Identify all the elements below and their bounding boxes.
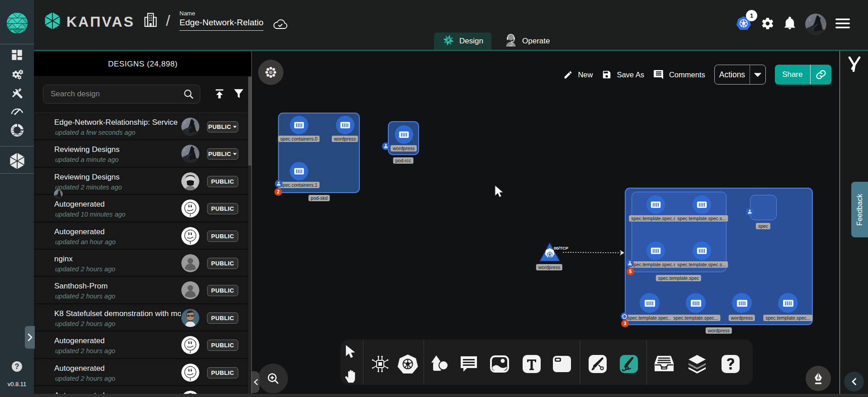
design-visibility-badge[interactable]: PUBLIC [207,258,238,269]
save-as-button[interactable]: Save As [602,70,644,80]
canvas-loader-button[interactable] [258,60,283,85]
settings-gear-icon[interactable] [761,17,774,32]
design-visibility-badge[interactable]: PUBLIC [207,340,238,351]
component-node[interactable] [290,116,308,134]
organization-building-icon[interactable] [144,12,157,29]
tab-design[interactable]: Design [434,33,491,50]
design-visibility-badge[interactable]: PUBLIC [207,176,238,187]
design-visibility-badge[interactable]: PUBLIC [207,231,238,242]
canvas-action-bar: New Save As Comments Actions Share [563,65,831,85]
search-box[interactable] [43,85,200,104]
actions-button[interactable]: Actions [714,65,766,85]
design-visibility-badge[interactable]: PUBLIC [207,285,238,296]
rail-item-kanvas[interactable] [0,151,34,171]
design-list-item[interactable]: Santhosh-Promupdated 2 hours agoPUBLIC [34,277,248,304]
tool-component-chip-icon[interactable] [371,355,389,373]
service-triangle-node[interactable] [538,241,561,264]
design-title: Autogenerated [54,227,181,236]
notifications-bell-icon[interactable] [783,17,796,32]
tool-text-icon[interactable] [522,354,541,373]
kanvas-logo[interactable]: KAΠVAS [43,11,135,33]
tool-drawer-icon[interactable] [654,355,674,373]
design-visibility-badge[interactable]: PUBLIC [207,312,238,324]
design-list-item[interactable]: Reviewing Designsupdated 2 minutes agoPU… [34,168,248,195]
tool-help-icon[interactable] [721,354,740,373]
zoom-button[interactable] [258,364,288,393]
rail-item-performance[interactable] [0,105,34,115]
meshery-logo[interactable] [0,12,34,34]
actions-caret[interactable] [750,65,765,84]
tool-pan-hand-icon[interactable] [344,369,357,383]
tab-operate[interactable]: Operate [496,33,558,50]
error-count-badge[interactable]: 3 [621,320,629,327]
publish-upload-icon[interactable] [214,88,225,99]
help-button[interactable]: ? [0,361,34,372]
component-node[interactable] [646,195,665,214]
rail-item-configuration[interactable] [0,87,34,99]
design-list-item[interactable]: Edge-Network-Relationship: Serviceupdate… [34,113,248,140]
hamburger-menu-icon[interactable] [835,18,850,31]
user-avatar[interactable] [805,14,826,35]
rail-item-dashboard[interactable] [0,49,34,61]
group-spec-template-spec[interactable] [632,192,726,272]
feedback-tab[interactable]: Feedback [851,182,868,237]
comments-button[interactable]: Comments [653,69,705,80]
design-owner-avatar [181,199,199,217]
group-label: pod-skd [308,195,330,201]
panel-collapse-button[interactable] [252,371,259,393]
tool-kubernetes-icon[interactable] [397,354,418,374]
tool-layers-icon[interactable] [687,354,707,373]
design-list-item[interactable]: nginxupdated 2 hours agoPUBLIC [34,250,248,277]
rail-item-extensions[interactable] [0,123,34,137]
share-button[interactable]: Share [775,65,831,85]
share-label: Share [775,65,810,85]
tool-note-icon[interactable] [552,354,571,373]
error-count-badge[interactable]: 2 [274,188,282,196]
component-node[interactable] [395,125,413,144]
design-name-label: Name [179,10,264,17]
design-name-input[interactable] [179,17,264,31]
component-node[interactable] [732,293,752,313]
design-visibility-badge[interactable]: PUBLIC [207,367,238,378]
visibility-label: PUBLIC [211,342,234,349]
new-button[interactable]: New [563,70,593,80]
error-count-badge[interactable]: 5 [627,268,634,275]
component-node[interactable] [646,241,665,260]
design-list-item[interactable]: Autogeneratedupdated an hour agoPUBLIC [34,222,248,250]
component-node[interactable] [693,195,711,214]
component-node[interactable] [290,162,308,180]
design-list-item[interactable]: Autogeneratedupdated 10 minutes agoPUBLI… [34,195,248,222]
design-canvas[interactable]: New Save As Comments Actions Share [252,51,839,394]
design-list-item[interactable]: Reviewing Designsupdated a minute agoPUB… [34,140,248,167]
tool-shapes-icon[interactable] [429,354,449,373]
design-visibility-badge[interactable]: PUBLIC [207,148,238,160]
search-input[interactable] [43,90,183,99]
rail-expand-button[interactable] [25,326,35,349]
component-node[interactable] [686,293,706,313]
design-list-item[interactable]: K8 Statefulset demonstration with moupda… [34,304,248,331]
tool-image-icon[interactable] [490,354,509,373]
design-list-item[interactable]: Autogeneratedupdated 2 hours agoPUBLIC [34,359,248,386]
filter-funnel-icon[interactable] [233,88,245,99]
rail-item-lifecycle[interactable] [0,68,34,81]
kubernetes-context-icon[interactable]: 1 [736,15,752,33]
pen-mode-button[interactable] [806,366,831,391]
tool-pen-tool-icon[interactable] [588,354,607,373]
component-node[interactable] [640,293,660,313]
dock-collapse-button[interactable] [844,372,864,392]
component-node[interactable] [336,116,354,134]
node-spec[interactable] [750,195,777,220]
component-node[interactable] [778,293,798,313]
share-link-icon[interactable] [811,65,831,85]
design-visibility-badge[interactable]: PUBLIC [207,121,238,132]
design-list-item[interactable]: Autogeneratedupdated 2 hours agoPUBLIC [34,331,248,359]
tool-doodle-pencil-icon[interactable] [619,354,638,373]
design-visibility-badge[interactable]: PUBLIC [207,203,238,214]
search-icon[interactable] [183,88,200,100]
designs-panel: DESIGNS (24,898) [34,51,252,394]
caret-down-icon [233,126,237,128]
component-node[interactable] [693,241,711,260]
tool-comment-icon[interactable] [459,355,478,373]
save-as-label: Save As [617,71,644,79]
tool-select-cursor-icon[interactable] [344,345,357,359]
